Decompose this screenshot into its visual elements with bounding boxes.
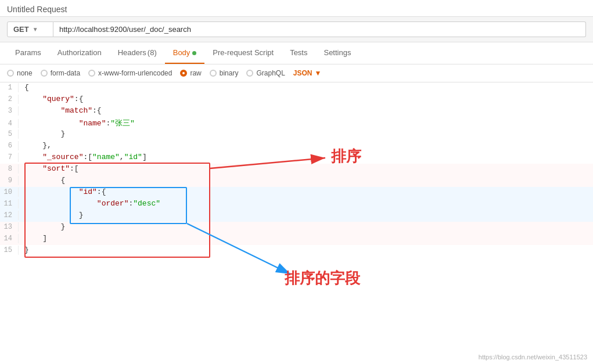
code-line-3: 3 "match":{ — [0, 106, 593, 117]
title-bar: Untitled Request — [0, 0, 593, 17]
tab-params[interactable]: Params — [7, 42, 49, 64]
method-chevron: ▼ — [33, 26, 38, 33]
radio-graphql-dot — [246, 70, 253, 77]
tab-tests[interactable]: Tests — [282, 42, 315, 64]
radio-urlencoded-dot — [88, 70, 95, 77]
code-line-11: 11 "order":"desc" — [0, 199, 593, 210]
radio-none[interactable]: none — [7, 69, 33, 77]
tab-settings[interactable]: Settings — [315, 42, 359, 64]
editor-wrapper: 1 { 2 "query":{ 3 "match":{ 4 "name":"张三… — [0, 82, 593, 257]
code-line-9: 9 { — [0, 175, 593, 187]
code-editor[interactable]: 1 { 2 "query":{ 3 "match":{ 4 "name":"张三… — [0, 82, 593, 257]
url-input[interactable] — [53, 21, 586, 37]
label-sort-field: 排序的字段 — [285, 268, 360, 289]
code-line-2: 2 "query":{ — [0, 94, 593, 106]
code-line-13: 13 } — [0, 222, 593, 233]
radio-urlencoded[interactable]: x-www-form-urlencoded — [88, 69, 172, 77]
tab-headers[interactable]: Headers(8) — [110, 42, 165, 64]
code-line-4: 4 "name":"张三" — [0, 117, 593, 129]
radio-graphql[interactable]: GraphQL — [246, 69, 285, 77]
json-type-label: JSON — [293, 69, 312, 77]
radio-none-dot — [7, 70, 14, 77]
radio-binary-dot — [210, 70, 217, 77]
json-type-chevron: ▼ — [315, 69, 322, 77]
code-line-15: 15 } — [0, 245, 593, 257]
code-line-14: 14 ] — [0, 233, 593, 245]
tab-pre-request-script[interactable]: Pre-request Script — [204, 42, 282, 64]
radio-form-data[interactable]: form-data — [41, 69, 80, 77]
code-line-7: 7 "_source":["name","id"] — [0, 152, 593, 164]
code-line-1: 1 { — [0, 82, 593, 94]
code-line-12: 12 } — [0, 210, 593, 222]
watermark: https://blog.csdn.net/weixin_43511523 — [479, 354, 587, 361]
tabs-bar: Params Authorization Headers(8) Body Pre… — [0, 42, 593, 64]
radio-raw-dot — [180, 70, 187, 77]
radio-form-data-dot — [41, 70, 48, 77]
code-lines: 1 { 2 "query":{ 3 "match":{ 4 "name":"张三… — [0, 82, 593, 257]
code-line-10: 10 "id":{ — [0, 187, 593, 199]
code-line-6: 6 }, — [0, 140, 593, 152]
method-select[interactable]: GET ▼ — [7, 21, 53, 37]
url-bar: GET ▼ — [0, 17, 593, 42]
code-line-5: 5 } — [0, 129, 593, 140]
tab-authorization[interactable]: Authorization — [49, 42, 110, 64]
json-type-select[interactable]: JSON ▼ — [293, 69, 322, 77]
request-title: Untitled Request — [7, 5, 586, 14]
code-line-8: 8 "sort":[ — [0, 164, 593, 175]
tab-body[interactable]: Body — [165, 42, 205, 64]
body-type-bar: none form-data x-www-form-urlencoded raw… — [0, 64, 593, 82]
radio-raw[interactable]: raw — [180, 69, 201, 77]
method-label: GET — [13, 25, 29, 34]
radio-binary[interactable]: binary — [210, 69, 239, 77]
